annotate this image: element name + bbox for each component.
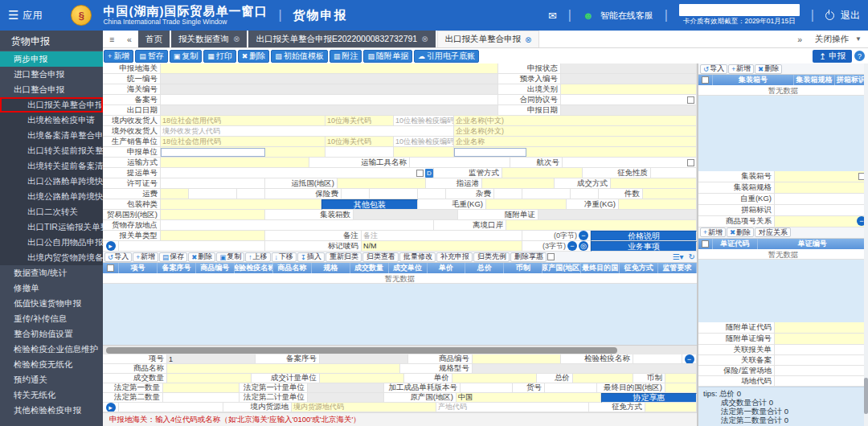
trade-country-input[interactable] xyxy=(161,210,265,220)
sidebar-item[interactable]: 重传/补传信息 xyxy=(0,311,103,326)
items-toolbar-button[interactable]: ↧插入 xyxy=(297,252,325,262)
toolbar-button[interactable]: ✖删除 xyxy=(238,50,270,63)
agent-name-inset-input[interactable] xyxy=(454,148,526,157)
voyage-checkbox[interactable] xyxy=(687,159,694,166)
tab-declaration-numbered[interactable]: 出口报关单整合申报E20220000832732791⊗ xyxy=(248,31,435,47)
toolbar-button[interactable]: ▧初始值模板 xyxy=(271,50,328,63)
items-column-header[interactable]: 成交数量 xyxy=(350,263,389,273)
supervision-mode-input[interactable] xyxy=(502,168,583,178)
tab-home[interactable]: 首页 xyxy=(138,31,170,47)
levy-nature-input[interactable] xyxy=(651,168,697,178)
refresh-icon[interactable]: ↻ xyxy=(689,252,695,261)
docs-column-header[interactable]: 单证代码 xyxy=(713,239,758,249)
sidebar-item-import[interactable]: 进口整合申报 xyxy=(0,67,103,82)
domestic-source-input[interactable]: 境内货源地代码 xyxy=(292,403,436,412)
sidebar-submenu-item[interactable]: 出口TIR运输报关单整合申报 xyxy=(0,219,103,235)
exit-port-input[interactable] xyxy=(506,220,697,231)
collapse-circle-icon[interactable]: − xyxy=(685,354,694,364)
dest-port-input[interactable] xyxy=(482,178,555,189)
items-toolbar-button[interactable]: 删除享惠 xyxy=(510,252,547,262)
sidebar-item-export[interactable]: 出口整合申报 xyxy=(0,82,103,97)
toolbar-button[interactable]: ☁引用电子底账 xyxy=(414,50,479,63)
sidebar-submenu-item[interactable]: 出口报关单整合申报 xyxy=(0,97,103,113)
items-toolbar-button[interactable]: ↺导入 xyxy=(104,252,132,262)
container-toolbar-button[interactable]: ↺导入 xyxy=(700,64,727,74)
app-menu[interactable]: ☰ 应用 xyxy=(8,8,42,23)
domestic-credit-code-input[interactable]: 18位社会信用代码 xyxy=(161,116,326,126)
items-toolbar-button[interactable]: ↓下移 xyxy=(272,252,297,262)
decl-type-input[interactable] xyxy=(161,231,265,241)
collapse-circle-icon[interactable]: − xyxy=(567,241,577,251)
items-column-header[interactable]: 最终目的国 xyxy=(581,263,620,273)
contract-no-input[interactable] xyxy=(561,95,697,105)
toolbar-button[interactable]: ▣复制 xyxy=(170,50,203,63)
items-column-header[interactable]: 征免方式 xyxy=(620,263,658,273)
origin-country-input[interactable]: 中国 xyxy=(457,393,601,403)
agent-name-input[interactable] xyxy=(454,147,697,158)
doc-code-input[interactable] xyxy=(775,322,868,334)
freight-type-input[interactable] xyxy=(161,189,189,199)
producer-ciq-code-input[interactable]: 10位检验检疫编码 xyxy=(394,137,454,147)
goods-code-input[interactable] xyxy=(473,354,561,364)
declare-button[interactable]: ↥申报 xyxy=(813,50,852,63)
items-column-header[interactable]: 检验检疫名称 xyxy=(235,263,273,273)
voyage-no-input[interactable] xyxy=(563,158,697,168)
items-toolbar-button[interactable]: ▤保存 xyxy=(159,252,187,262)
related-record-input[interactable] xyxy=(775,355,868,366)
self-weight-input[interactable] xyxy=(775,194,868,205)
deal-mode-input[interactable] xyxy=(611,178,697,189)
items-column-header[interactable]: 监管要求 xyxy=(658,263,697,273)
sidebar-submenu-item[interactable]: 出口公路舱单跨境快速通关 xyxy=(0,174,103,189)
sidebar-submenu-item[interactable]: 出境内贸货物跨境备案清单 xyxy=(0,250,103,265)
close-tab-icon[interactable]: ⊗ xyxy=(525,35,531,44)
select-all-checkbox[interactable] xyxy=(702,76,709,84)
toolbar-button[interactable]: ▥附注 xyxy=(330,50,362,63)
items-toolbar-button[interactable]: 补充申报 xyxy=(436,252,473,262)
sidebar-submenu-item[interactable]: 出境公路舱单跨境快速通关 xyxy=(0,189,103,204)
toolbar-button[interactable]: ▨随附单据 xyxy=(363,50,412,63)
pack-kind-input[interactable] xyxy=(161,199,321,210)
container-column-header[interactable]: 集装箱号 xyxy=(713,75,794,85)
scroll-tabs-right-icon[interactable]: » xyxy=(791,35,809,44)
unit-price-input[interactable] xyxy=(452,374,537,383)
contract-checkbox[interactable] xyxy=(687,96,694,104)
qty-unit-input[interactable] xyxy=(320,374,404,383)
price-note-button[interactable]: 价格说明 xyxy=(591,231,697,241)
transport-name-input[interactable] xyxy=(410,158,510,168)
article-no-input[interactable] xyxy=(545,383,597,393)
container-spec-input[interactable] xyxy=(775,182,868,194)
agreement-benefit-button[interactable]: 协定享惠 xyxy=(601,393,697,403)
qty-input[interactable] xyxy=(167,374,252,383)
overseas-name-input[interactable]: 企业名称(外文) xyxy=(454,126,697,137)
container-toolbar-button[interactable]: +新增 xyxy=(728,64,754,74)
misc-value-input[interactable] xyxy=(522,189,571,199)
legal-qty1-input[interactable] xyxy=(163,383,240,393)
collapse-circle-icon[interactable]: − xyxy=(579,231,588,240)
vertical-scrollbar[interactable] xyxy=(864,63,868,426)
agent-credit-code-input[interactable] xyxy=(161,147,326,158)
legal-qty2-input[interactable] xyxy=(163,393,240,403)
items-toolbar-button[interactable]: 重新归类 xyxy=(326,252,362,262)
goods-name-input[interactable] xyxy=(167,364,400,374)
online-service-link[interactable]: 智能在线客服 xyxy=(600,10,653,22)
final-dest-input[interactable] xyxy=(665,383,697,393)
goods-relation-input[interactable]: − xyxy=(775,216,868,227)
items-toolbar-button[interactable]: 归类查看 xyxy=(362,252,399,262)
toolbar-button[interactable]: +新增 xyxy=(104,50,133,63)
storage-place-input[interactable] xyxy=(161,220,434,231)
exemption-mode-input[interactable] xyxy=(645,403,697,412)
select-all-checkbox[interactable] xyxy=(702,240,709,248)
scroll-tabs-left-icon[interactable]: « xyxy=(121,31,138,47)
items-column-header[interactable]: 原产国(地区) xyxy=(542,263,581,273)
items-toolbar-button[interactable]: 归类先例 xyxy=(473,252,510,262)
sidebar-item[interactable]: 检验检疫无纸化 xyxy=(0,357,103,372)
select-all-checkbox[interactable] xyxy=(107,264,114,272)
pack-count-input[interactable] xyxy=(643,189,697,199)
sidebar-item[interactable]: 其他检验检疫申报 xyxy=(0,403,103,418)
toolbar-button[interactable]: ▤暂存 xyxy=(135,50,168,63)
items-toolbar-button[interactable]: ✖删除 xyxy=(188,252,215,262)
docs-toolbar-button[interactable]: ✖删除 xyxy=(727,227,754,237)
items-toolbar-button[interactable]: 批量修改 xyxy=(399,252,436,262)
close-operations-menu[interactable]: 关闭操作 xyxy=(815,34,849,45)
sidebar-submenu-item[interactable]: 出境检验检疫申请 xyxy=(0,113,103,128)
